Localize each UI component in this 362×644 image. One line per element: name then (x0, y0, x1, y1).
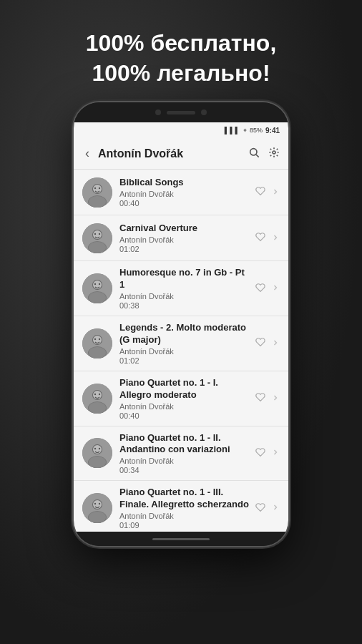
song-title: Biblical Songs (119, 177, 250, 189)
song-artist: Antonín Dvořák (119, 347, 250, 356)
song-info: Carnival Overture Antonín Dvořák 01:02 (119, 223, 250, 253)
camera-dot (155, 109, 161, 115)
chevron-right-icon (271, 233, 280, 244)
phone-mockup: ▌▌▌ ⌖ 85% 9:41 ‹ Antonín Dvořák (74, 102, 288, 546)
favorite-icon[interactable] (255, 283, 265, 295)
svg-point-51 (89, 512, 106, 523)
svg-point-7 (94, 187, 96, 188)
song-title: Carnival Overture (119, 223, 250, 235)
song-duration: 01:09 (119, 521, 250, 530)
song-info: Piano Quartet no. 1 - III. Finale. Alleg… (119, 487, 250, 530)
song-item[interactable]: Humoresque no. 7 in Gb - Pt 1 Antonín Dv… (74, 261, 288, 316)
favorite-icon[interactable] (255, 502, 265, 514)
song-duration: 00:40 (119, 411, 250, 420)
song-actions (255, 232, 280, 244)
song-duration: 01:02 (119, 245, 250, 253)
speaker-grille (167, 111, 195, 114)
song-duration: 00:40 (119, 199, 250, 208)
song-avatar (82, 438, 112, 468)
song-item[interactable]: Piano Quartet no. 1 - I. Allegro moderat… (74, 371, 288, 426)
svg-point-43 (99, 448, 100, 449)
svg-point-35 (94, 393, 96, 394)
song-actions (255, 283, 280, 295)
settings-icon[interactable] (268, 147, 280, 161)
song-info: Humoresque no. 7 in Gb - Pt 1 Antonín Dv… (119, 267, 250, 310)
song-avatar (82, 223, 112, 253)
back-button[interactable]: ‹ (82, 143, 92, 164)
svg-point-44 (89, 457, 106, 468)
svg-point-15 (99, 233, 100, 234)
song-artist: Antonín Dvořák (119, 402, 250, 411)
camera-dot-2 (201, 109, 207, 115)
wifi-icon: ⌖ (243, 127, 247, 135)
search-icon[interactable] (248, 147, 260, 161)
song-avatar (82, 328, 112, 358)
song-duration: 00:38 (119, 301, 250, 310)
song-actions (255, 392, 280, 404)
svg-point-14 (94, 233, 96, 234)
chevron-right-icon (271, 187, 280, 198)
song-info: Legends - 2. Molto moderato (G major) An… (119, 322, 250, 365)
phone-bezel-top (74, 102, 288, 122)
svg-point-16 (89, 242, 106, 253)
song-info: Piano Quartet no. 1 - II. Andantino con … (119, 432, 250, 475)
song-item[interactable]: Piano Quartet no. 1 - III. Finale. Alleg… (74, 481, 288, 532)
page-title: Antonín Dvořák (98, 147, 248, 160)
svg-point-28 (94, 338, 96, 340)
home-indicator (152, 538, 210, 540)
song-artist: Antonín Dvořák (119, 512, 250, 520)
song-artist: Antonín Dvořák (119, 292, 250, 301)
song-actions (255, 502, 280, 514)
svg-line-1 (256, 155, 259, 157)
favorite-icon[interactable] (255, 392, 265, 404)
chevron-right-icon (271, 502, 280, 514)
svg-point-9 (89, 196, 106, 208)
song-actions (255, 447, 280, 459)
song-avatar (82, 493, 112, 523)
song-actions (255, 337, 280, 349)
favorite-icon[interactable] (255, 337, 265, 349)
song-artist: Antonín Dvořák (119, 235, 250, 244)
song-item[interactable]: Legends - 2. Molto moderato (G major) An… (74, 316, 288, 371)
song-info: Piano Quartet no. 1 - I. Allegro moderat… (119, 377, 250, 420)
signal-icon: ▌▌▌ (225, 127, 240, 134)
song-item[interactable]: Piano Quartet no. 1 - II. Andantino con … (74, 426, 288, 482)
svg-point-0 (250, 148, 257, 155)
song-title: Legends - 2. Molto moderato (G major) (119, 322, 250, 346)
song-artist: Antonín Dvořák (119, 190, 250, 198)
svg-point-50 (99, 503, 100, 504)
song-avatar (82, 273, 112, 303)
song-duration: 00:34 (119, 466, 250, 474)
svg-point-30 (89, 347, 106, 358)
app-header: ‹ Antonín Dvořák (74, 138, 288, 170)
song-title: Humoresque no. 7 in Gb - Pt 1 (119, 267, 250, 291)
favorite-icon[interactable] (255, 232, 265, 244)
header-actions (248, 147, 280, 161)
favorite-icon[interactable] (255, 186, 265, 198)
status-bar: ▌▌▌ ⌖ 85% 9:41 (74, 122, 288, 138)
chevron-right-icon (271, 393, 280, 404)
song-item[interactable]: Carnival Overture Antonín Dvořák 01:02 (74, 215, 288, 261)
svg-point-42 (94, 448, 96, 449)
svg-point-36 (99, 393, 100, 394)
svg-point-21 (94, 283, 96, 285)
chevron-right-icon (271, 447, 280, 459)
song-item[interactable]: Biblical Songs Antonín Dvořák 00:40 (74, 170, 288, 215)
svg-point-8 (99, 187, 100, 188)
favorite-icon[interactable] (255, 447, 265, 459)
battery-percent: 85% (250, 127, 263, 134)
phone-bezel-bottom (74, 532, 288, 546)
song-list: Biblical Songs Antonín Dvořák 00:40 (74, 170, 288, 532)
svg-point-23 (89, 292, 106, 303)
svg-point-37 (89, 402, 106, 414)
hero-line2: 100% легально! (92, 60, 270, 86)
song-artist: Antonín Dvořák (119, 457, 250, 465)
chevron-right-icon (271, 338, 280, 349)
song-title: Piano Quartet no. 1 - II. Andantino con … (119, 432, 250, 457)
song-info: Biblical Songs Antonín Dvořák 00:40 (119, 177, 250, 208)
svg-point-49 (94, 503, 96, 504)
status-icons: ▌▌▌ ⌖ 85% 9:41 (225, 127, 280, 135)
song-avatar (82, 384, 112, 414)
song-avatar (82, 177, 112, 208)
song-title: Piano Quartet no. 1 - I. Allegro moderat… (119, 377, 250, 401)
